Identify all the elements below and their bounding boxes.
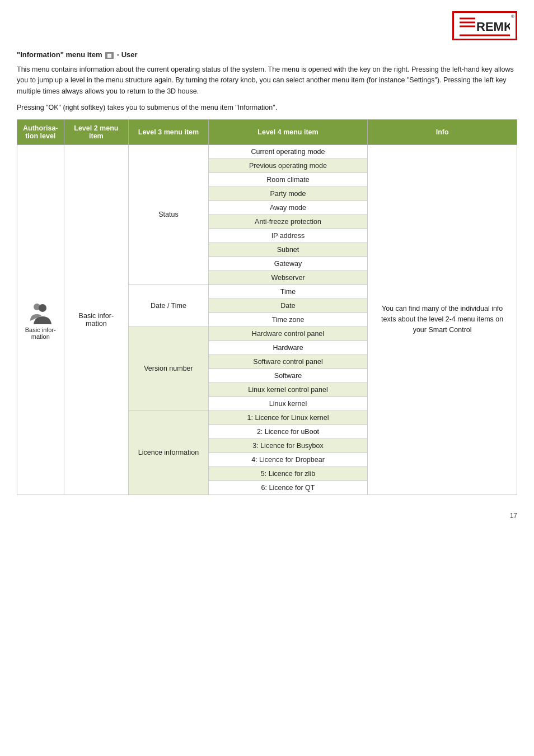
col-header-info: Info: [368, 119, 517, 144]
svg-point-6: [39, 304, 46, 312]
level4-cell: 4: Licence for Dropbear: [208, 452, 368, 466]
level3-cell: Version number: [129, 326, 209, 410]
level4-cell: Subnet: [208, 242, 368, 256]
level4-cell: Linux kernel control panel: [208, 382, 368, 396]
level4-cell: Gateway: [208, 256, 368, 270]
section-title: "Information" menu item ▦ - User: [17, 50, 517, 59]
registered-symbol: ®: [511, 14, 514, 19]
col-header-level3: Level 3 menu item: [129, 119, 209, 144]
level4-cell: IP address: [208, 228, 368, 242]
level4-cell: 3: Licence for Busybox: [208, 438, 368, 452]
auth-level-cell: Basic infor-mation: [17, 144, 64, 494]
title-prefix-text: "Information" menu item: [17, 50, 102, 59]
level4-cell: Current operating mode: [208, 144, 368, 158]
level4-cell: 1: Licence for Linux kernel: [208, 410, 368, 424]
description-paragraph-1: This menu contains information about the…: [17, 64, 517, 97]
page-header: ® REMKO: [17, 11, 517, 40]
level4-cell: 6: Licence for QT: [208, 480, 368, 494]
level4-cell: Room climate: [208, 172, 368, 186]
table-header-row: Authorisa-tion level Level 2 menu item L…: [17, 119, 517, 144]
level4-cell: Hardware: [208, 340, 368, 354]
level4-cell: Date: [208, 298, 368, 312]
level4-cell: Previous operating mode: [208, 158, 368, 172]
level4-cell: Anti-freeze protection: [208, 214, 368, 228]
col-header-level2: Level 2 menu item: [64, 119, 129, 144]
level3-cell: Date / Time: [129, 284, 209, 326]
level4-cell: Party mode: [208, 186, 368, 200]
level4-cell: 5: Licence for zlib: [208, 466, 368, 480]
logo: ® REMKO: [452, 11, 517, 40]
level3-cell: Licence information: [129, 410, 209, 494]
title-suffix-text: - User: [117, 50, 138, 59]
level4-cell: Software: [208, 368, 368, 382]
user-icon: [28, 300, 53, 324]
info-table: Authorisa-tion level Level 2 menu item L…: [17, 119, 517, 495]
level4-cell: Time: [208, 284, 368, 298]
level4-cell: Software control panel: [208, 354, 368, 368]
svg-text:REMKO: REMKO: [476, 20, 510, 34]
description-paragraph-2: Pressing "OK" (right softkey) takes you …: [17, 102, 517, 113]
level4-cell: Away mode: [208, 200, 368, 214]
table-row: Basic infor-mation Basic infor-mationSta…: [17, 144, 517, 158]
level4-cell: 2: Licence for uBoot: [208, 424, 368, 438]
col-header-level4: Level 4 menu item: [208, 119, 368, 144]
auth-label: Basic infor-mation: [23, 326, 58, 340]
menu-icon: ▦: [105, 52, 114, 59]
page-number: 17: [17, 512, 517, 520]
level4-cell: Hardware control panel: [208, 326, 368, 340]
col-header-auth: Authorisa-tion level: [17, 119, 64, 144]
level3-cell: Status: [129, 144, 209, 284]
logo-graphic: REMKO: [460, 15, 510, 36]
level4-cell: Webserver: [208, 270, 368, 284]
level2-cell: Basic infor-mation: [64, 144, 129, 494]
info-cell: You can find many of the individual info…: [368, 144, 517, 494]
level4-cell: Time zone: [208, 312, 368, 326]
level4-cell: Linux kernel: [208, 396, 368, 410]
